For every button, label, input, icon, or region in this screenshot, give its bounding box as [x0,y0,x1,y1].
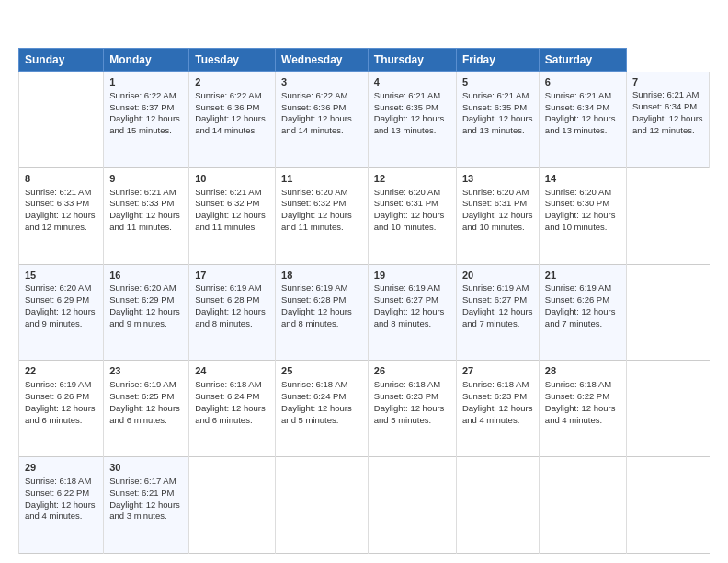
sunrise: Sunrise: 6:21 AM [462,90,529,100]
sunset: Sunset: 6:36 PM [195,102,259,112]
calendar-day-cell: 26Sunrise: 6:18 AMSunset: 6:23 PMDayligh… [368,361,456,457]
sunset: Sunset: 6:36 PM [281,102,346,112]
calendar-day-cell: 22Sunrise: 6:19 AMSunset: 6:26 PMDayligh… [19,361,104,457]
day-number: 23 [109,364,183,378]
sunrise: Sunrise: 6:20 AM [374,187,440,197]
sunset: Sunset: 6:35 PM [374,102,438,112]
daylight: Daylight: 12 hours and 10 minutes. [462,210,533,232]
daylight: Daylight: 12 hours and 5 minutes. [281,403,352,425]
sunset: Sunset: 6:23 PM [462,391,527,401]
sunset: Sunset: 6:37 PM [109,102,174,112]
calendar-day-cell: 10Sunrise: 6:21 AMSunset: 6:32 PMDayligh… [189,167,276,264]
day-number: 29 [25,461,97,475]
calendar-week-row: 29Sunrise: 6:18 AMSunset: 6:22 PMDayligh… [19,457,710,554]
sunset: Sunset: 6:24 PM [281,391,346,401]
sunset: Sunset: 6:22 PM [25,488,89,498]
calendar-day-cell: 30Sunrise: 6:17 AMSunset: 6:21 PMDayligh… [104,457,189,554]
sunrise: Sunrise: 6:20 AM [462,187,529,197]
daylight: Daylight: 12 hours and 10 minutes. [374,210,445,232]
day-header-monday: Monday [104,49,189,72]
daylight: Daylight: 12 hours and 6 minutes. [109,403,180,425]
day-number: 20 [462,269,533,282]
sunset: Sunset: 6:24 PM [195,391,259,401]
empty-cell [19,72,104,168]
calendar-day-cell: 2Sunrise: 6:22 AMSunset: 6:36 PMDaylight… [189,72,276,168]
sunrise: Sunrise: 6:18 AM [281,379,347,389]
sunset: Sunset: 6:31 PM [462,198,527,208]
day-number: 25 [281,364,362,378]
day-number: 18 [281,269,362,282]
daylight: Daylight: 12 hours and 6 minutes. [195,403,266,425]
daylight: Daylight: 12 hours and 7 minutes. [462,306,533,328]
sunrise: Sunrise: 6:21 AM [195,187,261,197]
calendar-day-cell [368,457,456,554]
day-header-wednesday: Wednesday [276,49,369,72]
day-number: 10 [195,172,269,186]
sunset: Sunset: 6:26 PM [25,391,89,401]
sunset: Sunset: 6:28 PM [281,294,346,304]
day-number: 21 [545,269,620,282]
daylight: Daylight: 12 hours and 15 minutes. [109,113,180,135]
calendar-day-cell: 17Sunrise: 6:19 AMSunset: 6:28 PMDayligh… [189,264,276,361]
day-number: 26 [374,364,450,378]
day-number: 1 [109,75,183,89]
calendar-day-cell: 11Sunrise: 6:20 AMSunset: 6:32 PMDayligh… [276,167,369,264]
sunrise: Sunrise: 6:18 AM [545,379,611,389]
sunrise: Sunrise: 6:22 AM [109,90,176,100]
daylight: Daylight: 12 hours and 12 minutes. [25,210,96,232]
sunrise: Sunrise: 6:20 AM [109,282,176,293]
calendar-day-cell: 4Sunrise: 6:21 AMSunset: 6:35 PMDaylight… [368,72,456,168]
sunset: Sunset: 6:27 PM [374,294,438,304]
logo [18,17,40,40]
day-number: 6 [545,75,620,89]
calendar-page: SundayMondayTuesdayWednesdayThursdayFrid… [0,0,728,563]
daylight: Daylight: 12 hours and 11 minutes. [195,210,266,232]
calendar-day-cell: 29Sunrise: 6:18 AMSunset: 6:22 PMDayligh… [19,457,104,554]
daylight: Daylight: 12 hours and 11 minutes. [281,210,352,232]
daylight: Daylight: 12 hours and 4 minutes. [462,403,533,425]
sunset: Sunset: 6:30 PM [545,198,609,208]
sunset: Sunset: 6:33 PM [25,198,89,208]
day-header-friday: Friday [456,49,539,72]
sunrise: Sunrise: 6:18 AM [374,379,440,389]
day-header-sunday: Sunday [19,49,104,72]
sunrise: Sunrise: 6:21 AM [545,90,611,100]
sunrise: Sunrise: 6:21 AM [109,187,176,197]
sunset: Sunset: 6:35 PM [462,102,527,112]
sunrise: Sunrise: 6:21 AM [25,187,91,197]
sunrise: Sunrise: 6:18 AM [25,476,91,486]
calendar-day-cell: 24Sunrise: 6:18 AMSunset: 6:24 PMDayligh… [189,361,276,457]
sunrise: Sunrise: 6:20 AM [545,187,611,197]
day-number: 5 [462,75,533,89]
day-number: 28 [545,364,620,378]
calendar-day-cell: 12Sunrise: 6:20 AMSunset: 6:31 PMDayligh… [368,167,456,264]
day-number: 13 [462,172,533,186]
sunrise: Sunrise: 6:19 AM [374,282,440,293]
day-number: 4 [374,75,450,89]
sunset: Sunset: 6:27 PM [462,294,527,304]
daylight: Daylight: 12 hours and 12 minutes. [632,113,703,135]
daylight: Daylight: 12 hours and 8 minutes. [281,306,352,328]
sunrise: Sunrise: 6:22 AM [195,90,261,100]
day-number: 14 [545,172,620,186]
calendar-day-cell [189,457,276,554]
daylight: Daylight: 12 hours and 9 minutes. [109,306,180,328]
sunset: Sunset: 6:22 PM [545,391,609,401]
sunrise: Sunrise: 6:19 AM [281,282,347,293]
sunrise: Sunrise: 6:18 AM [462,379,529,389]
daylight: Daylight: 12 hours and 7 minutes. [545,306,616,328]
sunrise: Sunrise: 6:20 AM [25,282,91,293]
sunset: Sunset: 6:29 PM [25,294,89,304]
sunrise: Sunrise: 6:20 AM [281,187,347,197]
sunset: Sunset: 6:28 PM [195,294,259,304]
sunset: Sunset: 6:31 PM [374,198,438,208]
day-header-thursday: Thursday [368,49,456,72]
calendar-day-cell: 25Sunrise: 6:18 AMSunset: 6:24 PMDayligh… [276,361,369,457]
daylight: Daylight: 12 hours and 14 minutes. [195,113,266,135]
sunrise: Sunrise: 6:19 AM [462,282,529,293]
day-number: 2 [195,75,269,89]
day-number: 16 [109,269,183,282]
daylight: Daylight: 12 hours and 4 minutes. [545,403,616,425]
sunrise: Sunrise: 6:22 AM [281,90,347,100]
sunrise: Sunrise: 6:19 AM [545,282,611,293]
